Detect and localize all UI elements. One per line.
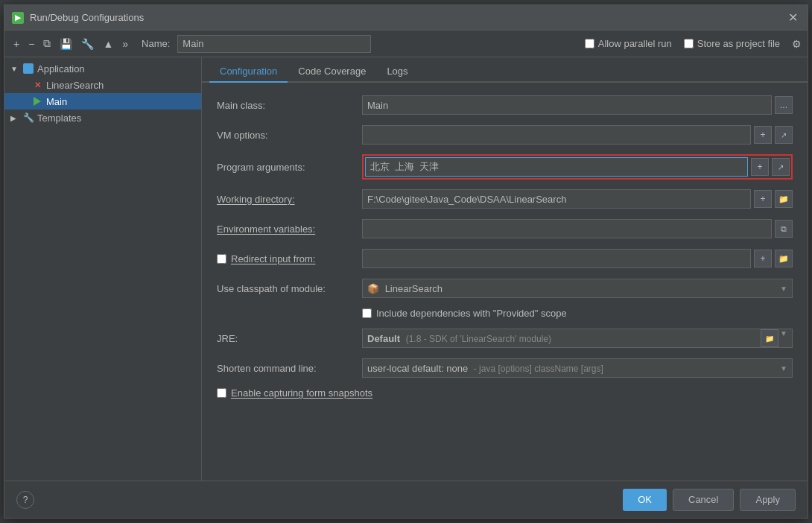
vm-options-input[interactable] [362, 125, 751, 145]
jre-controls: 📁 ▼ [761, 329, 787, 347]
gear-button[interactable]: ⚙ [792, 38, 802, 50]
snapshots-checkbox[interactable] [217, 388, 226, 398]
jre-detail: (1.8 - SDK of 'LinearSearch' module) [406, 334, 551, 344]
program-args-expand-button[interactable]: ↗ [772, 158, 790, 176]
help-button[interactable]: ? [16, 491, 34, 509]
application-icon [22, 63, 34, 75]
vm-options-add-button[interactable]: + [754, 126, 772, 144]
allow-parallel-group: Allow parallel run [585, 38, 672, 49]
redirect-add-button[interactable]: + [754, 250, 772, 267]
main-class-row: Main class: ... [217, 95, 793, 115]
ok-button[interactable]: OK [623, 489, 667, 511]
working-dir-row: Working directory: + 📁 [217, 188, 793, 209]
chevron-down-icon: ▼ [10, 65, 19, 73]
shorten-cmd-label: Shorten command line: [217, 363, 362, 374]
tab-logs[interactable]: Logs [376, 61, 418, 83]
module-icon: 📦 [367, 283, 379, 294]
working-dir-control: + 📁 [362, 189, 793, 209]
tab-configuration[interactable]: Configuration [209, 61, 288, 83]
name-row: Name: [142, 35, 582, 53]
sidebar: ▼ Application ✕ LinearSearch Main [4, 57, 202, 481]
redirect-browse-button[interactable]: 📁 [775, 250, 793, 267]
shorten-cmd-dropdown[interactable]: user-local default: none - java [options… [362, 358, 793, 378]
jre-label: JRE: [217, 333, 362, 344]
working-dir-browse-button[interactable]: 📁 [775, 190, 793, 208]
vm-options-expand-button[interactable]: ↗ [775, 126, 793, 144]
sidebar-item-linearsearch[interactable]: ✕ LinearSearch [4, 77, 201, 93]
classpath-control: 📦 LinearSearch ▼ [362, 279, 793, 298]
env-vars-row: Environment variables: ⧉ [217, 218, 793, 239]
form-area: Main class: ... VM options: + ↗ [202, 83, 808, 481]
classpath-value: 📦 LinearSearch [367, 283, 443, 294]
working-dir-input[interactable] [362, 189, 751, 209]
classpath-label: Use classpath of module: [217, 283, 362, 294]
options-row: Allow parallel run Store as project file… [585, 38, 802, 50]
sidebar-item-application[interactable]: ▼ Application [4, 60, 201, 77]
run-debug-dialog: ▶ Run/Debug Configurations ✕ + − ⧉ 💾 🔧 ▲… [4, 4, 808, 519]
main-content: ▼ Application ✕ LinearSearch Main [4, 57, 808, 481]
move-up-button[interactable]: ▲ [100, 37, 116, 51]
error-run-icon: ✕ [31, 79, 43, 91]
redirect-label-group: Redirect input from: [217, 253, 362, 264]
tab-code-coverage[interactable]: Code Coverage [288, 61, 376, 83]
redirect-control: + 📁 [362, 249, 793, 268]
classpath-dropdown[interactable]: 📦 LinearSearch ▼ [362, 279, 793, 298]
program-args-row: Program arguments: + ↗ [217, 154, 793, 180]
store-project-checkbox[interactable] [684, 39, 694, 48]
program-args-highlight: + ↗ [362, 154, 793, 180]
include-deps-row: Include dependencies with "Provided" sco… [217, 308, 793, 319]
redirect-input[interactable] [362, 249, 751, 268]
store-project-label: Store as project file [697, 38, 780, 49]
env-vars-copy-button[interactable]: ⧉ [775, 220, 793, 238]
right-panel: Configuration Code Coverage Logs Main cl… [202, 57, 808, 481]
title-bar-left: ▶ Run/Debug Configurations [12, 12, 144, 24]
settings-button[interactable]: 🔧 [78, 37, 97, 51]
working-dir-label: Working directory: [217, 194, 362, 205]
close-button[interactable]: ✕ [785, 10, 800, 25]
save-config-button[interactable]: 💾 [57, 37, 75, 51]
program-args-add-button[interactable]: + [751, 158, 769, 176]
redirect-checkbox[interactable] [217, 254, 226, 264]
linearsearch-label: LinearSearch [46, 80, 104, 91]
apply-button[interactable]: Apply [740, 489, 796, 511]
shorten-cmd-value: user-local default: none - java [options… [367, 363, 603, 374]
vm-options-control: + ↗ [362, 125, 793, 145]
program-args-input[interactable] [365, 157, 748, 177]
env-vars-control: ⧉ [362, 219, 793, 238]
sidebar-item-main[interactable]: Main [4, 93, 201, 110]
name-label: Name: [142, 38, 170, 49]
templates-label: Templates [37, 112, 81, 124]
classpath-row: Use classpath of module: 📦 LinearSearch … [217, 278, 793, 299]
remove-config-button[interactable]: − [25, 37, 37, 51]
more-button[interactable]: » [119, 37, 131, 51]
include-deps-checkbox[interactable] [362, 308, 372, 318]
jre-dropdown[interactable]: Default (1.8 - SDK of 'LinearSearch' mod… [362, 329, 793, 348]
chevron-down-icon: ▼ [780, 329, 787, 347]
snapshots-row: Enable capturing form snapshots [217, 387, 793, 399]
chevron-right-icon: ▶ [10, 114, 19, 122]
application-label: Application [37, 63, 85, 75]
main-class-label: Main class: [217, 100, 362, 111]
name-input[interactable] [177, 35, 371, 53]
env-vars-input[interactable] [362, 219, 772, 238]
jre-control: Default (1.8 - SDK of 'LinearSearch' mod… [362, 329, 793, 348]
program-args-label: Program arguments: [217, 162, 362, 173]
main-class-control: ... [362, 95, 793, 115]
working-dir-add-button[interactable]: + [754, 190, 772, 208]
toolbar: + − ⧉ 💾 🔧 ▲ » Name: Allow parallel run S… [4, 31, 808, 57]
chevron-down-icon: ▼ [780, 364, 787, 373]
add-config-button[interactable]: + [10, 37, 22, 51]
sidebar-item-templates[interactable]: ▶ 🔧 Templates [4, 110, 201, 126]
store-project-group: Store as project file [684, 38, 780, 49]
main-class-browse-button[interactable]: ... [775, 96, 793, 114]
copy-config-button[interactable]: ⧉ [40, 36, 54, 51]
cancel-button[interactable]: Cancel [673, 489, 734, 511]
main-label: Main [46, 96, 67, 107]
allow-parallel-label: Allow parallel run [598, 38, 672, 49]
allow-parallel-checkbox[interactable] [585, 39, 594, 48]
jre-browse-button[interactable]: 📁 [761, 329, 778, 347]
main-class-input[interactable] [362, 95, 772, 115]
chevron-down-icon: ▼ [780, 285, 787, 293]
wrench-icon: 🔧 [22, 112, 34, 124]
shorten-cmd-detail: - java [options] className [args] [474, 364, 603, 374]
